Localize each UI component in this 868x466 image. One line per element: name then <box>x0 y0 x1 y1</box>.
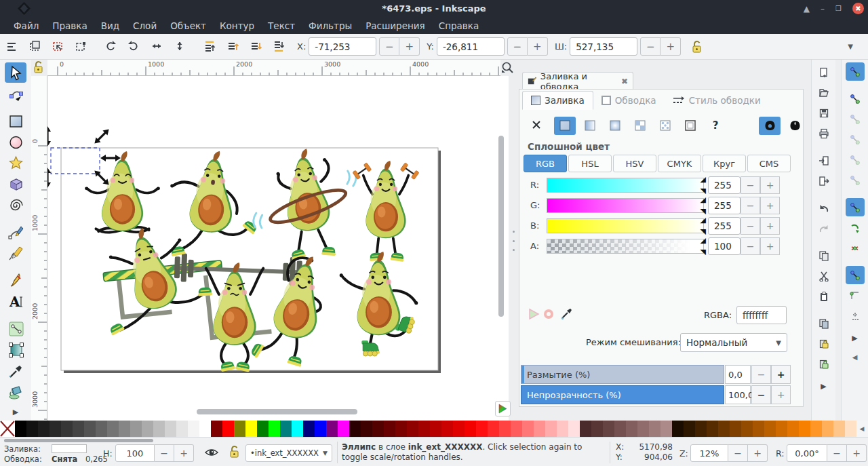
import-button[interactable] <box>814 151 833 170</box>
toolbar-overflow-icon[interactable]: ▼ <box>848 43 853 50</box>
paint-help-button[interactable]: ? <box>705 117 726 135</box>
palette-swatch-8[interactable] <box>107 421 119 437</box>
opacity-minus-button[interactable]: − <box>751 385 771 404</box>
palette-scroll-left-icon[interactable]: ◀ <box>852 353 858 361</box>
open-button[interactable] <box>814 83 833 102</box>
slider-plus-button[interactable]: + <box>760 176 780 194</box>
duplicate-button[interactable] <box>814 314 833 332</box>
clone-button[interactable] <box>814 334 833 353</box>
tab-stroke-style[interactable]: Стиль обводки <box>665 91 769 110</box>
menu-0[interactable]: Файл <box>7 17 45 34</box>
tool-box-3d[interactable] <box>5 174 26 194</box>
opacity-plus-button[interactable]: + <box>771 385 791 404</box>
snap-cusp-nodes-toggle[interactable] <box>846 266 865 284</box>
blur-slider[interactable]: Размытие (%) <box>521 365 724 384</box>
menu-5[interactable]: Контур <box>213 17 261 34</box>
slider-handle-icon[interactable]: ◢ <box>701 175 706 184</box>
slider-r[interactable]: ◢◥ <box>547 178 704 193</box>
palette-swatch-17[interactable] <box>211 421 222 437</box>
slider-g[interactable]: ◢◥ <box>547 198 704 213</box>
palette-swatch-19[interactable] <box>234 421 245 437</box>
lower-icon[interactable] <box>247 38 264 56</box>
dialog-close-icon[interactable]: ✖ <box>621 77 628 86</box>
vertical-ruler[interactable]: 0100020003000 <box>31 76 47 421</box>
tool-dropper[interactable] <box>5 360 26 381</box>
tab-fill[interactable]: Заливка <box>522 91 593 110</box>
palette-swatch-33[interactable] <box>395 421 407 437</box>
opacity-increase-button[interactable]: + <box>174 444 194 462</box>
deselect-icon[interactable] <box>49 38 66 56</box>
palette-swatch-53[interactable] <box>626 421 637 437</box>
palette-swatch-36[interactable] <box>430 421 441 437</box>
palette-swatch-45[interactable] <box>534 421 545 437</box>
tool-bezier-pen[interactable] <box>5 222 26 242</box>
palette-swatch-35[interactable] <box>418 421 430 437</box>
toolbar-field-2-minus-button[interactable]: − <box>640 37 660 56</box>
palette-swatch-68[interactable] <box>799 421 810 437</box>
palette-swatch-12[interactable] <box>153 421 165 437</box>
palette-swatch-58[interactable] <box>684 421 695 437</box>
rotation-increase-button[interactable]: + <box>847 444 867 462</box>
horizontal-scrollbar[interactable] <box>197 409 357 414</box>
color-tab-cmyk[interactable]: CMYK <box>658 155 701 172</box>
palette-swatch-67[interactable] <box>787 421 799 437</box>
blur-minus-button[interactable]: − <box>751 365 771 384</box>
panel-resize-grip[interactable] <box>511 231 516 251</box>
palette-swatch-39[interactable] <box>465 421 476 437</box>
tool-rectangle[interactable] <box>5 111 26 131</box>
color-tab-круг[interactable]: Круг <box>703 155 746 172</box>
print-button[interactable] <box>814 124 833 142</box>
palette-swatch-5[interactable] <box>73 421 84 437</box>
rotation-decrease-button[interactable]: − <box>827 444 847 462</box>
slider-value-input[interactable]: 255 <box>708 197 741 214</box>
color-tab-hsl[interactable]: HSL <box>568 155 612 172</box>
snap-bbox-corners-toggle[interactable] <box>846 130 865 149</box>
fill-type-pattern-button[interactable] <box>629 117 651 135</box>
palette-swatch-37[interactable] <box>441 421 453 437</box>
bbox-toggle-icon[interactable] <box>72 38 90 56</box>
palette-swatch-16[interactable] <box>199 421 211 437</box>
palette-swatch-32[interactable] <box>384 421 395 437</box>
palette-swatch-43[interactable] <box>511 421 522 437</box>
vertical-scrollbar[interactable] <box>498 136 504 317</box>
slider-handle-icon[interactable]: ◢ <box>701 236 706 245</box>
snap-paths-toggle[interactable] <box>846 218 865 237</box>
toolbar-field-0-plus-button[interactable]: + <box>399 37 420 56</box>
snap-bbox-midpoints-toggle[interactable] <box>846 151 865 169</box>
blur-value-input[interactable]: 0,0 <box>725 365 751 384</box>
palette-swatch-34[interactable] <box>407 421 418 437</box>
slider-handle-icon[interactable]: ◥ <box>701 187 706 195</box>
palette-swatch-25[interactable] <box>303 421 315 437</box>
palette-swatch-48[interactable] <box>568 421 580 437</box>
rotation-input[interactable]: 0,00° <box>787 444 827 462</box>
toolbar-field-input-2[interactable]: 527,135 <box>570 37 637 56</box>
tool-star[interactable] <box>5 153 26 173</box>
palette-swatch-59[interactable] <box>695 421 707 437</box>
menu-3[interactable]: Слой <box>126 17 163 34</box>
tool-connector[interactable] <box>5 318 26 338</box>
color-wheel-icon[interactable] <box>528 308 540 320</box>
slider-plus-button[interactable]: + <box>760 197 780 214</box>
rotate-cw-icon[interactable] <box>125 38 142 56</box>
fill-rule-evenodd-button[interactable] <box>759 117 781 135</box>
palette-swatch-54[interactable] <box>637 421 649 437</box>
snap-bbox-centers-toggle[interactable] <box>846 171 865 189</box>
palette-swatch-63[interactable] <box>741 421 753 437</box>
slider-plus-button[interactable]: + <box>760 217 780 235</box>
palette-swatch-55[interactable] <box>649 421 660 437</box>
menu-1[interactable]: Правка <box>45 17 94 34</box>
slider-value-input[interactable]: 255 <box>708 217 741 235</box>
slider-b[interactable]: ◢◥ <box>547 218 704 233</box>
toolbar-field-2-plus-button[interactable]: + <box>660 37 681 56</box>
tool-ellipse[interactable] <box>5 132 26 152</box>
toolbar-field-input-1[interactable]: -26,811 <box>437 37 505 56</box>
select-all-layers-icon[interactable] <box>26 38 43 56</box>
minimize-button[interactable]: – <box>821 5 825 13</box>
opacity-decrease-button[interactable]: − <box>155 444 174 462</box>
tool-node-editor[interactable] <box>5 83 26 104</box>
palette-swatch-52[interactable] <box>614 421 626 437</box>
dropper-icon[interactable] <box>560 307 574 320</box>
lower-to-bottom-icon[interactable] <box>270 38 288 56</box>
menu-2[interactable]: Вид <box>94 17 126 34</box>
fill-stroke-dialog-tab[interactable]: Заливка и обводка ✖ <box>522 72 633 90</box>
